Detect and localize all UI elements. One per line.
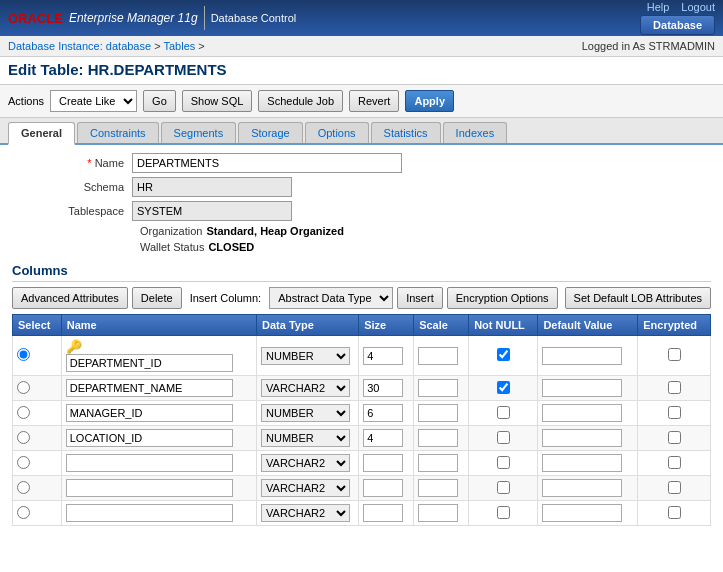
org-label: Organization (140, 225, 202, 237)
row3-size-input[interactable] (363, 404, 403, 422)
em-subtitle: Database Control (211, 12, 297, 24)
row3-notnull-check[interactable] (497, 406, 510, 419)
row3-datatype-select[interactable]: NUMBERVARCHAR2 (261, 404, 349, 422)
row5-scale-input[interactable] (418, 454, 458, 472)
row1-notnull-check[interactable] (497, 348, 510, 361)
col-header-encrypted: Encrypted (638, 315, 711, 336)
tab-options[interactable]: Options (305, 122, 369, 143)
row2-encrypted-check[interactable] (668, 381, 681, 394)
row2-size-input[interactable] (363, 379, 403, 397)
tablespace-input[interactable] (132, 201, 292, 221)
row3-radio[interactable] (17, 406, 30, 419)
oracle-logo: ORACLE (8, 11, 63, 26)
row7-scale-input[interactable] (418, 504, 458, 522)
row6-notnull-check[interactable] (497, 481, 510, 494)
schedule-job-button[interactable]: Schedule Job (258, 90, 343, 112)
row2-radio[interactable] (17, 381, 30, 394)
row7-name-input[interactable] (66, 504, 234, 522)
show-sql-button[interactable]: Show SQL (182, 90, 253, 112)
row3-name-input[interactable] (66, 404, 234, 422)
row1-default-input[interactable] (542, 347, 622, 365)
row4-encrypted-check[interactable] (668, 431, 681, 444)
row2-name-input[interactable] (66, 379, 234, 397)
page-title: Edit Table: HR.DEPARTMENTS (8, 61, 715, 78)
row6-datatype-select[interactable]: VARCHAR2NUMBER (261, 479, 349, 497)
tab-indexes[interactable]: Indexes (443, 122, 508, 143)
row6-scale-input[interactable] (418, 479, 458, 497)
row2-scale-input[interactable] (418, 379, 458, 397)
row5-default-input[interactable] (542, 454, 622, 472)
go-button[interactable]: Go (143, 90, 176, 112)
row6-default-input[interactable] (542, 479, 622, 497)
row5-name-input[interactable] (66, 454, 234, 472)
db-instance-link[interactable]: Database Instance: database (8, 40, 151, 52)
row7-size-input[interactable] (363, 504, 403, 522)
tab-storage[interactable]: Storage (238, 122, 303, 143)
tablespace-row: Tablespace (12, 201, 711, 221)
row1-scale-input[interactable] (418, 347, 458, 365)
header-links: Help Logout (647, 1, 715, 13)
row5-encrypted-check[interactable] (668, 456, 681, 469)
set-lob-btn-container: Set Default LOB Attributes (565, 287, 711, 309)
row5-notnull-check[interactable] (497, 456, 510, 469)
row4-default-input[interactable] (542, 429, 622, 447)
row4-datatype-select[interactable]: NUMBERVARCHAR2 (261, 429, 349, 447)
row7-radio[interactable] (17, 506, 30, 519)
row3-default-input[interactable] (542, 404, 622, 422)
row1-datatype-select[interactable]: NUMBERVARCHAR2 (261, 347, 349, 365)
row1-name-input[interactable] (66, 354, 234, 372)
table-header-row: Select Name Data Type Size Scale Not NUL… (13, 315, 711, 336)
row4-size-input[interactable] (363, 429, 403, 447)
row6-name-input[interactable] (66, 479, 234, 497)
row2-datatype-select[interactable]: VARCHAR2NUMBER (261, 379, 349, 397)
wallet-status-label: Wallet Status (140, 241, 204, 253)
tab-statistics[interactable]: Statistics (371, 122, 441, 143)
delete-button[interactable]: Delete (132, 287, 182, 309)
row4-radio[interactable] (17, 431, 30, 444)
name-input[interactable] (132, 153, 402, 173)
schema-input[interactable] (132, 177, 292, 197)
row7-notnull-check[interactable] (497, 506, 510, 519)
advanced-attributes-button[interactable]: Advanced Attributes (12, 287, 128, 309)
insert-col-select[interactable]: Abstract Data Type Regular (269, 287, 393, 309)
row6-radio[interactable] (17, 481, 30, 494)
table-row: 🔑 NUMBERVARCHAR2 (13, 336, 711, 376)
row6-size-input[interactable] (363, 479, 403, 497)
row3-encrypted-check[interactable] (668, 406, 681, 419)
row7-datatype-select[interactable]: VARCHAR2NUMBER (261, 504, 349, 522)
revert-button[interactable]: Revert (349, 90, 399, 112)
tab-constraints[interactable]: Constraints (77, 122, 159, 143)
tables-link[interactable]: Tables (163, 40, 195, 52)
row2-default-input[interactable] (542, 379, 622, 397)
tab-segments[interactable]: Segments (161, 122, 237, 143)
tab-general[interactable]: General (8, 122, 75, 145)
database-button[interactable]: Database (640, 15, 715, 35)
row2-notnull-check[interactable] (497, 381, 510, 394)
row5-datatype-select[interactable]: VARCHAR2NUMBER (261, 454, 349, 472)
row1-notnull-cell (469, 336, 538, 376)
table-row: NUMBERVARCHAR2 (13, 426, 711, 451)
columns-toolbar-left: Advanced Attributes Delete Insert Column… (12, 287, 558, 309)
actions-select[interactable]: Create Like Create Drop Analyze (50, 90, 137, 112)
row6-encrypted-check[interactable] (668, 481, 681, 494)
row3-scale-input[interactable] (418, 404, 458, 422)
row4-name-input[interactable] (66, 429, 234, 447)
row4-scale-input[interactable] (418, 429, 458, 447)
row5-size-input[interactable] (363, 454, 403, 472)
encryption-options-button[interactable]: Encryption Options (447, 287, 558, 309)
row1-size-input[interactable] (363, 347, 403, 365)
set-lob-button[interactable]: Set Default LOB Attributes (565, 287, 711, 309)
row4-notnull-check[interactable] (497, 431, 510, 444)
row1-encrypted-check[interactable] (668, 348, 681, 361)
tablespace-label: Tablespace (12, 205, 132, 217)
row7-encrypted-check[interactable] (668, 506, 681, 519)
col-header-notnull: Not NULL (469, 315, 538, 336)
organization-row: Organization Standard, Heap Organized (12, 225, 711, 237)
apply-button[interactable]: Apply (405, 90, 454, 112)
row5-radio[interactable] (17, 456, 30, 469)
insert-button[interactable]: Insert (397, 287, 443, 309)
help-link[interactable]: Help (647, 1, 670, 13)
logout-link[interactable]: Logout (681, 1, 715, 13)
row1-radio[interactable] (17, 348, 30, 361)
row7-default-input[interactable] (542, 504, 622, 522)
